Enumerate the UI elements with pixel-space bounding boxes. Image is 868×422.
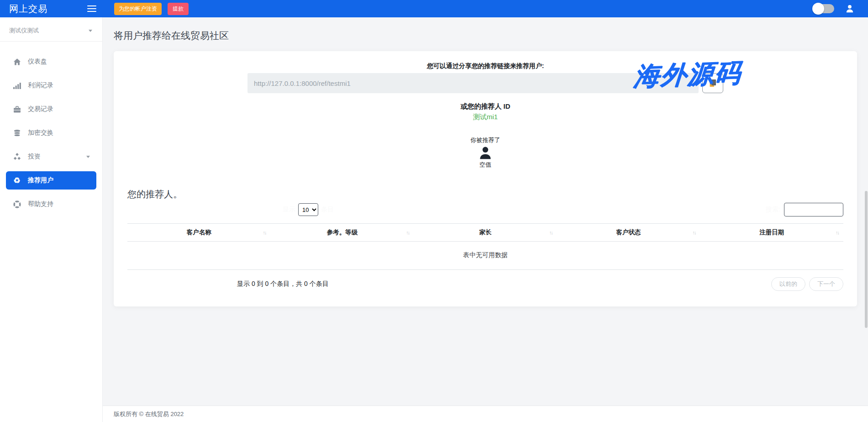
navbar-right <box>813 4 868 13</box>
navbar-actions: 为您的帐户注资 提款 <box>114 3 189 15</box>
account-selector[interactable]: 测试仪测试 <box>0 17 102 42</box>
referral-link-row <box>247 73 723 93</box>
sidebar-item-label: 投资 <box>28 153 41 161</box>
page-length-group: 显示 10 条目 <box>283 203 334 216</box>
column-header-parent[interactable]: 家长 ↑↓ <box>414 224 557 242</box>
sort-icon[interactable]: ↑↓ <box>692 230 695 235</box>
column-header-customer-status[interactable]: 客户状态 ↑↓ <box>557 224 700 242</box>
recycle-icon: ♻ <box>13 176 21 185</box>
copy-link-button[interactable] <box>702 73 723 93</box>
referrer-id-label: 或您的推荐人 ID <box>127 102 843 111</box>
sort-icon[interactable]: ↑↓ <box>406 230 409 235</box>
referred-by-value: 空值 <box>127 161 843 169</box>
share-link-label: 您可以通过分享您的推荐链接来推荐用户: <box>127 62 843 70</box>
sidebar-item-profit-records[interactable]: 利润记录 <box>6 76 96 95</box>
briefcase-icon <box>13 105 21 113</box>
search-group: 搜索: <box>766 203 843 216</box>
theme-toggle-switch[interactable] <box>813 4 834 13</box>
empty-table-message: 表中无可用数据 <box>127 242 843 270</box>
sort-icon[interactable]: ↑↓ <box>836 230 839 235</box>
table-footer: 显示 0 到 0 个条目，共 0 个条目 以前的 下一个 <box>127 277 843 291</box>
sidebar-item-label: 加密交换 <box>28 129 53 137</box>
sidebar-item-crypto-exchange[interactable]: 加密交换 <box>6 124 96 142</box>
account-name: 测试仪测试 <box>9 26 39 35</box>
scrollbar-track <box>864 17 868 422</box>
show-label: 显示 <box>283 206 295 214</box>
page-title: 将用户推荐给在线贸易社区 <box>114 29 857 42</box>
fund-account-button[interactable]: 为您的帐户注资 <box>114 3 162 15</box>
sidebar: 测试仪测试 仪表盘 利润记录 交易记录 加密交换 <box>0 17 103 422</box>
coins-icon <box>13 129 21 137</box>
sidebar-item-label: 推荐用户 <box>28 176 53 185</box>
column-header-customer-name[interactable]: 客户名称 ↑↓ <box>127 224 271 242</box>
chevron-down-icon <box>89 30 92 32</box>
copyright-text: 版权所有 © 在线贸易 2022 <box>114 410 184 418</box>
referred-by-label: 你被推荐了 <box>127 136 843 144</box>
user-icon[interactable] <box>845 4 854 13</box>
footer: 版权所有 © 在线贸易 2022 <box>103 406 868 422</box>
app-title: 网上交易 <box>9 3 47 15</box>
life-ring-icon <box>13 200 21 208</box>
sidebar-item-dashboard[interactable]: 仪表盘 <box>6 53 96 71</box>
top-navbar: 网上交易 为您的帐户注资 提款 <box>0 0 868 17</box>
withdraw-button[interactable]: 提款 <box>168 3 189 15</box>
sidebar-item-label: 利润记录 <box>28 81 53 90</box>
column-header-ref-level[interactable]: 参考。等级 ↑↓ <box>271 224 414 242</box>
sidebar-item-invest[interactable]: 投资 <box>6 148 96 166</box>
table-search-input[interactable] <box>784 203 843 216</box>
referrers-table: 客户名称 ↑↓ 参考。等级 ↑↓ 家长 ↑↓ 客户状态 ↑↓ <box>127 223 843 270</box>
main-content: 将用户推荐给在线贸易社区 您可以通过分享您的推荐链接来推荐用户: 或您的推荐人 … <box>103 17 868 422</box>
table-header-row: 客户名称 ↑↓ 参考。等级 ↑↓ 家长 ↑↓ 客户状态 ↑↓ <box>127 224 843 242</box>
sidebar-item-help-support[interactable]: 帮助支持 <box>6 195 96 213</box>
search-label: 搜索: <box>766 206 780 214</box>
copy-icon <box>709 79 717 87</box>
chart-bars-icon <box>13 81 21 90</box>
sidebar-item-refer-users[interactable]: ♻ 推荐用户 <box>6 171 96 190</box>
next-page-button[interactable]: 下一个 <box>809 277 843 291</box>
table-info-text: 显示 0 到 0 个条目，共 0 个条目 <box>237 280 329 288</box>
sidebar-item-label: 交易记录 <box>28 105 53 113</box>
empty-table-row: 表中无可用数据 <box>127 242 843 270</box>
chevron-down-icon <box>86 156 90 158</box>
page-length-select[interactable]: 10 <box>298 203 318 216</box>
pagination: 以前的 下一个 <box>771 277 843 291</box>
column-header-register-date[interactable]: 注册日期 ↑↓ <box>700 224 843 242</box>
hamburger-menu-icon[interactable] <box>87 5 96 12</box>
cubes-icon <box>13 153 21 161</box>
referrer-id-value: 测试mi1 <box>127 113 843 121</box>
sort-icon[interactable]: ↑↓ <box>263 230 266 235</box>
referral-card: 您可以通过分享您的推荐链接来推荐用户: 或您的推荐人 ID 测试mi1 你被推荐… <box>114 51 857 306</box>
sidebar-item-label: 仪表盘 <box>28 58 47 66</box>
sidebar-nav: 仪表盘 利润记录 交易记录 加密交换 投资 <box>0 42 102 213</box>
previous-page-button[interactable]: 以前的 <box>771 277 805 291</box>
table-controls: 显示 10 条目 搜索: <box>127 202 843 217</box>
entries-label: 条目 <box>321 206 334 214</box>
sort-icon[interactable]: ↑↓ <box>549 230 552 235</box>
brand-area: 网上交易 <box>0 3 103 15</box>
referred-by-block: 你被推荐了 空值 <box>127 136 843 169</box>
toggle-knob <box>812 3 824 15</box>
scrollbar-thumb[interactable] <box>865 191 868 328</box>
referral-link-input[interactable] <box>247 73 699 93</box>
sidebar-item-label: 帮助支持 <box>28 200 53 208</box>
person-icon <box>478 146 493 160</box>
home-icon <box>13 58 21 66</box>
referrers-section-title: 您的推荐人。 <box>127 188 843 200</box>
sidebar-item-trade-records[interactable]: 交易记录 <box>6 100 96 118</box>
